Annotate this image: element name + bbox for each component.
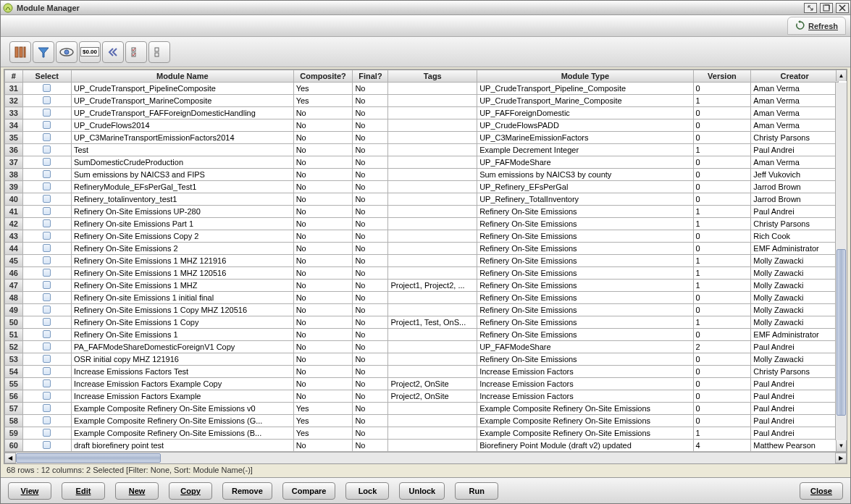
compare-button[interactable]: Compare — [282, 482, 336, 500]
table-row[interactable]: 51Refinery On-Site Emissions 1NoNoRefine… — [5, 329, 839, 341]
col-version[interactable]: Version — [693, 70, 751, 83]
table-row[interactable]: 31UP_CrudeTransport_PipelineCompositeYes… — [5, 83, 839, 95]
col-module-type[interactable]: Module Type — [477, 70, 693, 83]
lock-button[interactable]: Lock — [345, 482, 389, 500]
checkbox-icon[interactable] — [43, 330, 51, 338]
table-row[interactable]: 53OSR initial copy MHZ 121916NoNoRefiner… — [5, 353, 839, 366]
table-row[interactable]: 56Increase Emission Factors ExampleNoNoP… — [5, 390, 839, 403]
table-row[interactable]: 45Refinery On-Site Emissions 1 MHZ 12191… — [5, 255, 839, 267]
col-composite[interactable]: Composite? — [293, 70, 353, 83]
checkbox-icon[interactable] — [43, 244, 51, 252]
close-button[interactable]: Close — [800, 482, 843, 500]
scroll-left-icon[interactable]: ◀ — [4, 453, 16, 463]
scroll-up-icon[interactable]: ▲ — [836, 70, 847, 81]
checkbox-icon[interactable] — [43, 170, 51, 178]
row-select-cell[interactable] — [22, 316, 71, 329]
vertical-scrollbar[interactable]: ▲ ▼ — [835, 83, 847, 440]
remove-button[interactable]: Remove — [222, 482, 272, 500]
checkbox-icon[interactable] — [43, 232, 51, 240]
table-row[interactable]: 32UP_CrudeTransport_MarineCompositeYesNo… — [5, 95, 839, 107]
copy-button[interactable]: Copy — [169, 482, 212, 500]
checkbox-icon[interactable] — [43, 318, 51, 326]
row-select-cell[interactable] — [22, 156, 71, 169]
horizontal-scrollbar[interactable]: ◀ ▶ — [4, 452, 847, 463]
table-row[interactable]: 54Increase Emissions Factors TestNoNoInc… — [5, 366, 839, 378]
col-select[interactable]: Select — [22, 70, 71, 83]
new-button[interactable]: New — [115, 482, 159, 500]
row-select-cell[interactable] — [22, 427, 71, 440]
row-select-cell[interactable] — [22, 415, 71, 427]
checkbox-icon[interactable] — [43, 195, 51, 203]
tool-columns-button[interactable] — [9, 41, 31, 63]
row-select-cell[interactable] — [22, 181, 71, 193]
table-row[interactable]: 42Refinery On-site Emissions Part 1NoNoR… — [5, 218, 839, 230]
table-row[interactable]: 46Refinery On-Site Emissions 1 MHZ 12051… — [5, 267, 839, 280]
checkbox-icon[interactable] — [43, 207, 51, 215]
row-select-cell[interactable] — [22, 243, 71, 255]
tool-view-button[interactable] — [56, 41, 77, 63]
checkbox-icon[interactable] — [43, 367, 51, 375]
row-select-cell[interactable] — [22, 95, 71, 107]
table-row[interactable]: 35UP_C3MarineTransportEmissionFactors201… — [5, 132, 839, 144]
table-row[interactable]: 52PA_FAFModeShareDomesticForeignV1 CopyN… — [5, 341, 839, 353]
checkbox-icon[interactable] — [43, 404, 51, 412]
row-select-cell[interactable] — [22, 107, 71, 119]
table-row[interactable]: 49Refinery On-Site Emissions 1 Copy MHZ … — [5, 304, 839, 316]
row-select-cell[interactable] — [22, 403, 71, 415]
checkbox-icon[interactable] — [43, 281, 51, 289]
scroll-thumb-vertical[interactable] — [837, 249, 846, 416]
row-select-cell[interactable] — [22, 304, 71, 316]
checkbox-icon[interactable] — [43, 133, 51, 141]
checkbox-icon[interactable] — [43, 306, 51, 314]
tool-filter-button[interactable] — [33, 41, 54, 63]
run-button[interactable]: Run — [455, 482, 498, 500]
table-row[interactable]: 37SumDomesticCrudeProductionNoNoUP_FAFMo… — [5, 156, 839, 169]
checkbox-icon[interactable] — [43, 293, 51, 301]
table-row[interactable]: 47Refinery On-Site Emissions 1 MHZNoNoPr… — [5, 280, 839, 292]
row-select-cell[interactable] — [22, 353, 71, 366]
row-select-cell[interactable] — [22, 390, 71, 403]
checkbox-icon[interactable] — [43, 441, 51, 449]
table-row[interactable]: 40Refinery_totalinventory_test1NoNoUP_Re… — [5, 193, 839, 206]
checkbox-icon[interactable] — [43, 121, 51, 129]
tool-deselect-all-button[interactable] — [148, 41, 170, 63]
table-row[interactable]: 36TestNoNoExample Decrement Integer1Paul… — [5, 144, 839, 156]
refresh-button[interactable]: Refresh — [787, 17, 846, 35]
table-row[interactable]: 60draft biorefinery point testNoNoBioref… — [5, 440, 839, 452]
checkbox-icon[interactable] — [43, 219, 51, 227]
checkbox-icon[interactable] — [43, 96, 51, 104]
close-icon[interactable] — [836, 3, 849, 13]
col-tags[interactable]: Tags — [388, 70, 477, 83]
row-select-cell[interactable] — [22, 218, 71, 230]
table-row[interactable]: 55Increase Emission Factors Example Copy… — [5, 378, 839, 390]
row-select-cell[interactable] — [22, 169, 71, 181]
checkbox-icon[interactable] — [43, 158, 51, 166]
checkbox-icon[interactable] — [43, 182, 51, 190]
col-module-name[interactable]: Module Name — [71, 70, 293, 83]
row-select-cell[interactable] — [22, 440, 71, 452]
edit-button[interactable]: Edit — [62, 482, 105, 500]
tool-cost-button[interactable]: $0.00 — [79, 41, 101, 63]
table-row[interactable]: 44Refinery On-Site Emissions 2NoNoRefine… — [5, 243, 839, 255]
row-select-cell[interactable] — [22, 119, 71, 132]
table-row[interactable]: 34UP_CrudeFlows2014NoNoUP_CrudeFlowsPADD… — [5, 119, 839, 132]
checkbox-icon[interactable] — [43, 146, 51, 154]
table-row[interactable]: 50Refinery On-Site Emissions 1 CopyNoNoP… — [5, 316, 839, 329]
view-button[interactable]: View — [8, 482, 51, 500]
maximize-icon[interactable] — [820, 3, 833, 13]
table-row[interactable]: 41Refinery On-Site Emissions UP-280NoNoR… — [5, 206, 839, 218]
table-row[interactable]: 48Refinery On-site Emissions 1 initial f… — [5, 292, 839, 304]
row-select-cell[interactable] — [22, 329, 71, 341]
row-select-cell[interactable] — [22, 144, 71, 156]
scroll-right-icon[interactable]: ▶ — [835, 453, 847, 463]
row-select-cell[interactable] — [22, 193, 71, 206]
row-select-cell[interactable] — [22, 378, 71, 390]
checkbox-icon[interactable] — [43, 416, 51, 424]
row-select-cell[interactable] — [22, 280, 71, 292]
checkbox-icon[interactable] — [43, 256, 51, 264]
table-row[interactable]: 39RefineryModule_EFsPerGal_Test1NoNoUP_R… — [5, 181, 839, 193]
checkbox-icon[interactable] — [43, 84, 51, 92]
row-select-cell[interactable] — [22, 132, 71, 144]
table-row[interactable]: 43Refinery On-Site Emissions Copy 2NoNoR… — [5, 230, 839, 243]
row-select-cell[interactable] — [22, 366, 71, 378]
